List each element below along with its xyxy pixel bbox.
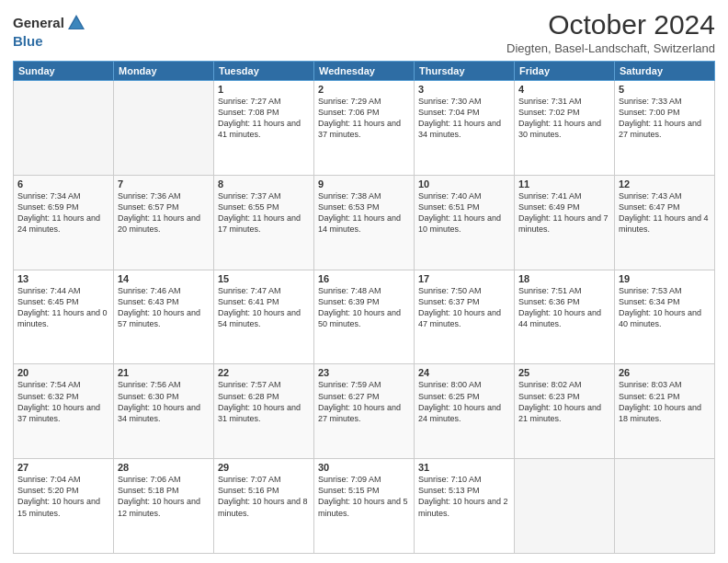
calendar-cell (615, 459, 715, 554)
day-number: 24 (418, 367, 510, 378)
logo-blue: Blue (13, 33, 43, 49)
day-number: 13 (17, 273, 109, 284)
day-info: Sunrise: 7:44 AMSunset: 6:45 PMDaylight:… (17, 285, 109, 330)
day-number: 30 (318, 462, 410, 473)
calendar-cell: 20Sunrise: 7:54 AMSunset: 6:32 PMDayligh… (14, 364, 114, 459)
calendar-cell: 9Sunrise: 7:38 AMSunset: 6:53 PMDaylight… (314, 175, 415, 270)
calendar-cell (515, 459, 615, 554)
day-info: Sunrise: 7:50 AMSunset: 6:37 PMDaylight:… (418, 285, 510, 330)
week-row-3: 20Sunrise: 7:54 AMSunset: 6:32 PMDayligh… (14, 364, 715, 459)
calendar-cell: 30Sunrise: 7:09 AMSunset: 5:15 PMDayligh… (314, 459, 415, 554)
day-number: 16 (318, 273, 410, 284)
calendar-cell: 25Sunrise: 8:02 AMSunset: 6:23 PMDayligh… (515, 364, 615, 459)
day-info: Sunrise: 7:37 AMSunset: 6:55 PMDaylight:… (218, 190, 310, 236)
calendar-cell (114, 81, 214, 176)
day-number: 25 (518, 367, 610, 378)
logo-icon (66, 13, 86, 33)
calendar-cell: 24Sunrise: 8:00 AMSunset: 6:25 PMDayligh… (415, 364, 515, 459)
col-header-monday: Monday (114, 62, 214, 81)
calendar-cell: 4Sunrise: 7:31 AMSunset: 7:02 PMDaylight… (515, 81, 615, 176)
calendar-cell: 16Sunrise: 7:48 AMSunset: 6:39 PMDayligh… (314, 270, 415, 364)
day-info: Sunrise: 7:07 AMSunset: 5:16 PMDaylight:… (218, 474, 310, 519)
calendar-cell: 18Sunrise: 7:51 AMSunset: 6:36 PMDayligh… (515, 270, 615, 364)
day-info: Sunrise: 8:02 AMSunset: 6:23 PMDaylight:… (518, 379, 610, 424)
day-info: Sunrise: 7:47 AMSunset: 6:41 PMDaylight:… (218, 285, 310, 330)
day-info: Sunrise: 7:38 AMSunset: 6:53 PMDaylight:… (318, 190, 410, 236)
week-row-1: 6Sunrise: 7:34 AMSunset: 6:59 PMDaylight… (14, 175, 715, 270)
day-info: Sunrise: 7:27 AMSunset: 7:08 PMDaylight:… (218, 96, 310, 141)
day-number: 26 (619, 367, 711, 378)
calendar-cell: 29Sunrise: 7:07 AMSunset: 5:16 PMDayligh… (214, 459, 314, 554)
col-header-saturday: Saturday (615, 62, 715, 81)
calendar-cell: 1Sunrise: 7:27 AMSunset: 7:08 PMDaylight… (214, 81, 314, 176)
calendar-cell: 13Sunrise: 7:44 AMSunset: 6:45 PMDayligh… (14, 270, 114, 364)
calendar-cell: 21Sunrise: 7:56 AMSunset: 6:30 PMDayligh… (114, 364, 214, 459)
col-header-wednesday: Wednesday (314, 62, 415, 81)
calendar-cell: 15Sunrise: 7:47 AMSunset: 6:41 PMDayligh… (214, 270, 314, 364)
day-number: 28 (118, 462, 210, 473)
col-header-thursday: Thursday (415, 62, 515, 81)
day-number: 1 (218, 84, 310, 95)
day-number: 3 (418, 84, 510, 95)
calendar-cell: 31Sunrise: 7:10 AMSunset: 5:13 PMDayligh… (415, 459, 515, 554)
day-number: 6 (17, 178, 109, 190)
day-number: 10 (418, 178, 510, 190)
day-info: Sunrise: 7:51 AMSunset: 6:36 PMDaylight:… (518, 285, 610, 330)
day-info: Sunrise: 7:34 AMSunset: 6:59 PMDaylight:… (17, 190, 109, 236)
day-number: 4 (518, 84, 610, 95)
subtitle: Diegten, Basel-Landschaft, Switzerland (506, 41, 715, 55)
day-info: Sunrise: 7:59 AMSunset: 6:27 PMDaylight:… (318, 379, 410, 424)
day-info: Sunrise: 8:00 AMSunset: 6:25 PMDaylight:… (418, 379, 510, 424)
day-info: Sunrise: 7:43 AMSunset: 6:47 PMDaylight:… (619, 190, 711, 236)
day-number: 15 (218, 273, 310, 284)
calendar-cell: 10Sunrise: 7:40 AMSunset: 6:51 PMDayligh… (415, 175, 515, 270)
calendar-cell: 27Sunrise: 7:04 AMSunset: 5:20 PMDayligh… (14, 459, 114, 554)
day-number: 18 (518, 273, 610, 284)
calendar-cell: 6Sunrise: 7:34 AMSunset: 6:59 PMDaylight… (14, 175, 114, 270)
day-info: Sunrise: 7:46 AMSunset: 6:43 PMDaylight:… (118, 285, 210, 330)
day-number: 31 (418, 462, 510, 473)
day-info: Sunrise: 7:29 AMSunset: 7:06 PMDaylight:… (318, 96, 410, 141)
week-row-4: 27Sunrise: 7:04 AMSunset: 5:20 PMDayligh… (14, 459, 715, 554)
col-header-friday: Friday (515, 62, 615, 81)
day-number: 5 (619, 84, 711, 95)
day-number: 20 (17, 367, 109, 378)
day-number: 27 (17, 462, 109, 473)
day-number: 29 (218, 462, 310, 473)
day-info: Sunrise: 7:53 AMSunset: 6:34 PMDaylight:… (619, 285, 711, 330)
day-number: 8 (218, 178, 310, 190)
title-block: October 2024 Diegten, Basel-Landschaft, … (506, 9, 715, 55)
logo: General Blue (13, 13, 90, 50)
calendar-cell: 22Sunrise: 7:57 AMSunset: 6:28 PMDayligh… (214, 364, 314, 459)
calendar-cell: 26Sunrise: 8:03 AMSunset: 6:21 PMDayligh… (615, 364, 715, 459)
day-number: 7 (118, 178, 210, 190)
calendar-cell (14, 81, 114, 176)
day-number: 19 (619, 273, 711, 284)
page: General Blue October 2024 Diegten, Basel… (0, 0, 728, 563)
day-number: 21 (118, 367, 210, 378)
day-info: Sunrise: 7:06 AMSunset: 5:18 PMDaylight:… (118, 474, 210, 519)
day-number: 23 (318, 367, 410, 378)
day-info: Sunrise: 8:03 AMSunset: 6:21 PMDaylight:… (619, 379, 711, 424)
day-info: Sunrise: 7:54 AMSunset: 6:32 PMDaylight:… (17, 379, 109, 424)
logo-general: General (13, 16, 64, 31)
calendar-cell: 7Sunrise: 7:36 AMSunset: 6:57 PMDaylight… (114, 175, 214, 270)
calendar-cell: 14Sunrise: 7:46 AMSunset: 6:43 PMDayligh… (114, 270, 214, 364)
day-info: Sunrise: 7:33 AMSunset: 7:00 PMDaylight:… (619, 96, 711, 141)
day-number: 11 (518, 178, 610, 190)
day-info: Sunrise: 7:04 AMSunset: 5:20 PMDaylight:… (17, 474, 109, 519)
day-number: 14 (118, 273, 210, 284)
day-info: Sunrise: 7:48 AMSunset: 6:39 PMDaylight:… (318, 285, 410, 330)
day-info: Sunrise: 7:41 AMSunset: 6:49 PMDaylight:… (518, 190, 610, 236)
calendar-cell: 11Sunrise: 7:41 AMSunset: 6:49 PMDayligh… (515, 175, 615, 270)
week-row-0: 1Sunrise: 7:27 AMSunset: 7:08 PMDaylight… (14, 81, 715, 176)
week-row-2: 13Sunrise: 7:44 AMSunset: 6:45 PMDayligh… (14, 270, 715, 364)
header: General Blue October 2024 Diegten, Basel… (13, 9, 715, 55)
calendar-cell: 8Sunrise: 7:37 AMSunset: 6:55 PMDaylight… (214, 175, 314, 270)
day-info: Sunrise: 7:40 AMSunset: 6:51 PMDaylight:… (418, 190, 510, 236)
calendar-header-row: SundayMondayTuesdayWednesdayThursdayFrid… (14, 62, 715, 81)
day-info: Sunrise: 7:57 AMSunset: 6:28 PMDaylight:… (218, 379, 310, 424)
calendar-cell: 17Sunrise: 7:50 AMSunset: 6:37 PMDayligh… (415, 270, 515, 364)
calendar-cell: 23Sunrise: 7:59 AMSunset: 6:27 PMDayligh… (314, 364, 415, 459)
col-header-tuesday: Tuesday (214, 62, 314, 81)
